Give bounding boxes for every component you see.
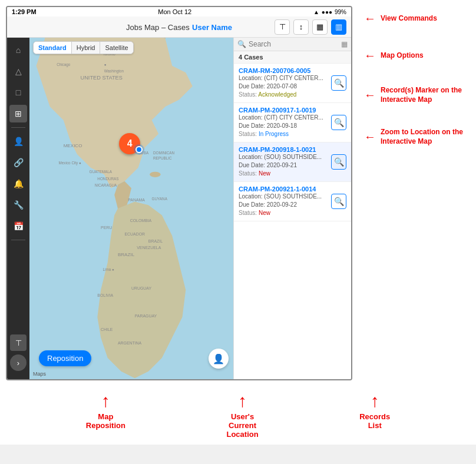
panel-icon-btn[interactable]: ▥: [331, 19, 346, 35]
map-type-hybrid[interactable]: Hybrid: [72, 42, 101, 54]
calendar-icon-btn[interactable]: ▦: [312, 19, 328, 35]
calendar-icon: ▦: [316, 22, 323, 31]
sidebar-filter-btn[interactable]: ⊤: [10, 334, 27, 351]
svg-text:PARAGUAY: PARAGUAY: [135, 314, 157, 318]
person-location-icon: 👤: [213, 353, 224, 364]
search-input[interactable]: [249, 40, 339, 48]
status-label-2: Status:: [239, 131, 259, 137]
map-area[interactable]: UNITED STATES MEXICO BRAZIL PERU BOLIVIA…: [29, 38, 233, 379]
zoom-icon-4: 🔍: [334, 197, 344, 206]
zoom-btn-1[interactable]: 🔍: [331, 75, 346, 91]
record-info-2: CRAM-PM-200917-1-0019 Location: (CIT) CI…: [239, 107, 329, 138]
record-info-1: CRAM-RM-200706-0005 Location: (CIT) CITY…: [239, 67, 329, 99]
zoom-btn-2[interactable]: 🔍: [331, 115, 346, 130]
arrow-view-commands: ←: [364, 12, 376, 25]
arrow-map-options: ←: [364, 49, 376, 62]
status-label-3: Status:: [239, 170, 259, 177]
cases-count: 4 Cases: [234, 51, 351, 64]
svg-text:Chicago: Chicago: [57, 62, 71, 67]
svg-text:GUYANA: GUYANA: [152, 197, 168, 201]
arrow-zoom-location: ←: [364, 130, 376, 144]
header-bar: Jobs Map – Cases User Name ⊤ ↕ ▦: [7, 16, 351, 38]
label-records-marker: Record(s) Marker on the Interactive Map: [381, 86, 470, 104]
svg-text:HONDURAS: HONDURAS: [97, 177, 118, 181]
annotation-map-options: ← Map Options: [364, 49, 470, 62]
svg-text:NICARAGUA: NICARAGUA: [95, 183, 117, 187]
table-row[interactable]: CRAM-PM-200921-1-0014 Location: (SOU) SO…: [234, 182, 351, 221]
sort-icon-btn[interactable]: ↕: [293, 19, 309, 35]
table-row[interactable]: CRAM-PM-200917-1-0019 Location: (CIT) CI…: [234, 103, 351, 142]
svg-text:VENEZUELA: VENEZUELA: [137, 246, 161, 250]
header-title-text: Jobs Map – Cases: [126, 23, 190, 32]
svg-point-1: [150, 172, 160, 177]
zoom-btn-3[interactable]: 🔍: [331, 154, 346, 170]
search-bar: 🔍 ▦: [234, 38, 351, 51]
annotation-user-location: ↑ User'sCurrentLocation: [226, 392, 258, 439]
status-label-1: Status:: [239, 91, 258, 98]
location-button[interactable]: 👤: [209, 349, 229, 369]
barcode-icon: ▦: [341, 40, 348, 48]
record-id-2: CRAM-PM-200917-1-0019: [239, 107, 329, 114]
ipad-area: 1:29 PM Mon Oct 12 ▲ ●●● 99% Jobs Map – …: [0, 0, 358, 386]
sidebar-divider-1: [11, 127, 25, 128]
record-due-1: Due Date: 2020-07-08: [239, 82, 329, 91]
ipad-box: 1:29 PM Mon Oct 12 ▲ ●●● 99% Jobs Map – …: [6, 6, 352, 380]
svg-text:CHILE: CHILE: [101, 327, 113, 332]
sidebar-map-icon[interactable]: ⊞: [9, 105, 27, 122]
status-right: ▲ ●●● 99%: [313, 9, 346, 15]
label-records-list: RecordsList: [359, 412, 390, 430]
svg-text:DOMINICAN: DOMINICAN: [153, 151, 175, 155]
status-label-4: Status:: [239, 210, 259, 216]
zoom-icon-1: 🔍: [334, 78, 344, 88]
sidebar-triangle-icon[interactable]: △: [9, 62, 27, 80]
record-id-4: CRAM-PM-200921-1-0014: [239, 185, 329, 193]
record-status-1: Status: Acknowledged: [239, 91, 329, 99]
record-info-3: CRAM-PM-200918-1-0021 Location: (SOU) SO…: [239, 146, 329, 178]
status-time: 1:29 PM: [12, 8, 37, 15]
svg-text:Washington: Washington: [104, 69, 124, 74]
svg-text:ECUADOR: ECUADOR: [124, 232, 145, 236]
svg-text:MEXICO: MEXICO: [64, 143, 82, 148]
svg-text:BRAZIL: BRAZIL: [148, 239, 163, 243]
sidebar-link-icon[interactable]: 🔗: [9, 154, 27, 171]
status-value-4: New: [259, 210, 270, 216]
svg-text:Mexico City ●: Mexico City ●: [59, 161, 81, 165]
sidebar-person-icon[interactable]: 👤: [9, 132, 27, 150]
record-due-2: Due Date: 2020-09-18: [239, 122, 329, 130]
right-annotations: ← View Commands ← Map Options ← Record(s…: [358, 0, 476, 386]
header-icons: ⊤ ↕ ▦ ▥: [275, 19, 346, 35]
svg-text:PANAMA: PANAMA: [128, 198, 145, 202]
battery-icon: 99%: [335, 9, 346, 15]
sidebar-bell-icon[interactable]: 🔔: [9, 175, 27, 193]
sidebar-home-icon[interactable]: ⌂: [9, 41, 27, 59]
maps-credit-text: Maps: [33, 371, 46, 377]
table-row[interactable]: CRAM-PM-200918-1-0021 Location: (SOU) SO…: [234, 142, 351, 182]
sidebar-square-icon[interactable]: □: [9, 84, 27, 101]
svg-text:●: ●: [104, 62, 107, 67]
status-day: Mon Oct 12: [158, 8, 191, 15]
annotation-zoom-location: ← Zoom to Location on the Interactive Ma…: [364, 128, 470, 146]
record-id-1: CRAM-RM-200706-0005: [239, 67, 329, 74]
table-row[interactable]: CRAM-RM-200706-0005 Location: (CIT) CITY…: [234, 64, 351, 103]
sidebar-expand-btn[interactable]: ›: [10, 354, 27, 371]
sidebar-wrench-icon[interactable]: 🔧: [9, 196, 27, 214]
zoom-btn-4[interactable]: 🔍: [331, 194, 346, 209]
status-value-2: In Progress: [259, 131, 289, 137]
panel-icon: ▥: [335, 22, 342, 31]
maps-credit: Maps: [33, 371, 46, 377]
map-type-standard[interactable]: Standard: [34, 42, 72, 54]
map-type-satellite[interactable]: Satellite: [100, 42, 133, 54]
records-list: CRAM-RM-200706-0005 Location: (CIT) CITY…: [234, 64, 351, 379]
filter-icon-btn[interactable]: ⊤: [275, 19, 290, 35]
annotation-records-list: ↑ RecordsList: [359, 392, 390, 439]
sidebar-calendar-icon[interactable]: 📅: [9, 217, 27, 235]
record-location-2: Location: (CIT) CITY CENTER...: [239, 114, 329, 122]
reposition-button[interactable]: Reposition: [39, 350, 91, 366]
arrow-user-location: ↑: [238, 392, 247, 410]
record-info-4: CRAM-PM-200921-1-0014 Location: (SOU) SO…: [239, 185, 329, 217]
svg-text:Lima ●: Lima ●: [103, 267, 114, 271]
map-type-selector: Standard Hybrid Satellite: [33, 41, 134, 54]
record-status-4: Status: New: [239, 209, 329, 217]
annotation-records-marker: ← Record(s) Marker on the Interactive Ma…: [364, 86, 470, 104]
label-map-options: Map Options: [381, 51, 424, 61]
